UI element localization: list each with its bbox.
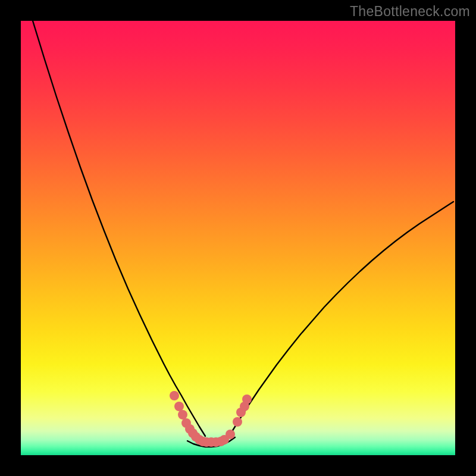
curve-layer [21,21,455,455]
data-point [170,391,179,400]
data-point [174,402,184,411]
data-markers [170,391,252,447]
plot-area [21,21,455,455]
data-point [178,410,187,419]
data-point [242,394,252,404]
watermark-text: TheBottleneck.com [350,4,470,20]
data-point [233,417,242,427]
curve-paths [33,21,453,447]
data-point [226,430,235,439]
curve-right-curve [229,202,453,436]
curve-left-curve [33,21,205,436]
chart-frame: TheBottleneck.com [0,0,476,476]
